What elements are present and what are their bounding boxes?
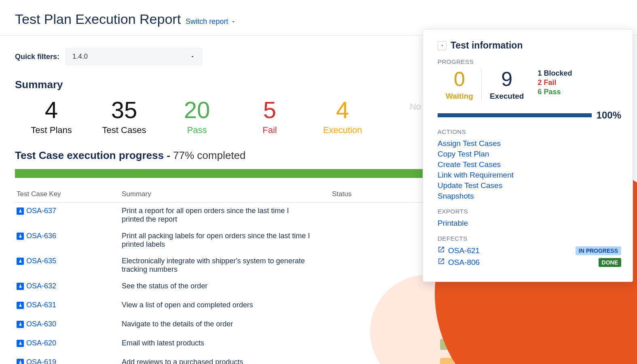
- defect-key: OSA-806: [448, 258, 480, 267]
- summary-card: 20 Pass: [161, 98, 233, 135]
- col-header-key[interactable]: Test Case Key: [15, 187, 120, 203]
- chevron-down-icon: [440, 43, 444, 48]
- quick-filters-label: Quick filters:: [15, 53, 59, 61]
- test-case-key: OSA-632: [26, 282, 56, 290]
- progress-heading-prefix: Test Case execution progress -: [15, 149, 173, 161]
- panel-progress-bar: [438, 113, 592, 117]
- test-case-key: OSA-619: [26, 358, 56, 364]
- test-case-link[interactable]: OSA-632: [17, 282, 56, 290]
- test-case-summary: Electronically integrate with shipper's …: [120, 253, 314, 278]
- export-link[interactable]: Printable: [438, 219, 621, 228]
- actions-list: Assign Test CasesCopy Test PlanCreate Te…: [438, 139, 621, 201]
- actions-label: ACTIONS: [438, 128, 621, 135]
- test-case-key: OSA-635: [26, 257, 56, 265]
- external-link-icon: [438, 258, 445, 267]
- panel-title: Test information: [451, 40, 523, 51]
- summary-label: Test Plans: [15, 125, 88, 135]
- test-info-panel: Test information PROGRESS 0 Waiting 9 Ex…: [423, 29, 633, 282]
- test-case-summary: Email with latest products: [120, 335, 314, 354]
- progress-stats: 0 Waiting 9 Executed 1 Blocked 2 Fail 6 …: [438, 69, 621, 101]
- version-filter-select[interactable]: 1.4.0: [65, 48, 203, 66]
- test-case-link[interactable]: OSA-619: [17, 358, 56, 364]
- chevron-down-icon: [190, 54, 195, 59]
- summary-label: Execution: [306, 125, 379, 135]
- summary-card: 35 Test Cases: [88, 98, 161, 135]
- panel-progress-row: 100%: [438, 110, 621, 121]
- waiting-count: 0: [446, 69, 473, 89]
- summary-card: 4 Execution: [306, 98, 379, 135]
- action-link[interactable]: Copy Test Plan: [438, 150, 621, 159]
- test-case-key: OSA-636: [26, 232, 56, 240]
- defect-row: OSA-621 IN PROGRESS: [438, 246, 621, 255]
- action-link[interactable]: Snapshots: [438, 192, 621, 201]
- summary-card: 5 Fail: [233, 98, 306, 135]
- test-case-summary: Print a report for all open orders since…: [120, 203, 314, 228]
- test-case-key: OSA-637: [26, 207, 56, 215]
- test-case-key: OSA-620: [26, 339, 56, 347]
- defect-status-lozenge: IN PROGRESS: [576, 246, 621, 255]
- test-case-link[interactable]: OSA-636: [17, 232, 56, 240]
- exports-list: Printable: [438, 219, 621, 228]
- test-case-summary: View a list of open and completed orders: [120, 297, 314, 316]
- progress-pct: 77% completed: [173, 149, 245, 161]
- test-case-link[interactable]: OSA-630: [17, 320, 56, 328]
- test-case-key: OSA-630: [26, 320, 56, 328]
- action-link[interactable]: Update Test Cases: [438, 181, 621, 190]
- summary-card: 4 Test Plans: [15, 98, 88, 135]
- test-case-link[interactable]: OSA-620: [17, 339, 56, 347]
- summary-value: 20: [161, 98, 233, 122]
- switch-report-link[interactable]: Switch report: [186, 17, 236, 26]
- test-case-icon: [17, 321, 24, 328]
- test-case-link[interactable]: OSA-637: [17, 207, 56, 215]
- summary-label: Pass: [161, 125, 233, 135]
- col-header-summary[interactable]: Summary: [120, 187, 314, 203]
- defects-label: DEFECTS: [438, 235, 621, 242]
- fail-count: 2 Fail: [538, 78, 572, 87]
- test-case-icon: [17, 258, 24, 265]
- chevron-down-icon: [231, 19, 236, 25]
- summary-value: 5: [233, 98, 306, 122]
- test-case-link[interactable]: OSA-631: [17, 301, 56, 309]
- waiting-label: Waiting: [446, 92, 473, 101]
- summary-value: 4: [306, 98, 379, 122]
- external-link-icon: [438, 246, 445, 255]
- test-case-link[interactable]: OSA-635: [17, 257, 56, 265]
- pass-count: 6 Pass: [538, 88, 572, 96]
- action-link[interactable]: Link with Requirement: [438, 171, 621, 180]
- summary-label: Test Cases: [88, 125, 161, 135]
- defect-link[interactable]: OSA-621: [438, 246, 480, 255]
- test-case-summary: Print all packing labels for open orders…: [120, 228, 314, 253]
- collapse-panel-button[interactable]: [438, 41, 447, 50]
- test-case-summary: Navigate to the details of the order: [120, 316, 314, 335]
- executed-label: Executed: [490, 92, 524, 101]
- defect-status-lozenge: DONE: [599, 258, 621, 267]
- test-case-icon: [17, 207, 24, 215]
- defects-list: OSA-621 IN PROGRESS OSA-806 DONE: [438, 246, 621, 267]
- defect-link[interactable]: OSA-806: [438, 258, 480, 267]
- test-case-summary: Add rewiews to a purchased products: [120, 354, 314, 364]
- test-case-icon: [17, 283, 24, 290]
- blocked-count: 1 Blocked: [538, 69, 572, 78]
- action-link[interactable]: Create Test Cases: [438, 160, 621, 169]
- defect-row: OSA-806 DONE: [438, 258, 621, 267]
- summary-value: 35: [88, 98, 161, 122]
- version-filter-value: 1.4.0: [72, 53, 88, 61]
- defect-key: OSA-621: [448, 246, 480, 255]
- summary-label: Fail: [233, 125, 306, 135]
- executed-count: 9: [490, 69, 524, 89]
- test-case-key: OSA-631: [26, 301, 56, 309]
- page-title: Test Plan Execution Report: [15, 11, 181, 27]
- test-case-icon: [17, 302, 24, 309]
- switch-report-label: Switch report: [186, 17, 228, 26]
- test-case-icon: [17, 340, 24, 347]
- action-link[interactable]: Assign Test Cases: [438, 139, 621, 148]
- progress-label: PROGRESS: [438, 58, 621, 65]
- panel-progress-pct: 100%: [597, 110, 621, 121]
- test-case-summary: See the status of the order: [120, 278, 314, 297]
- test-case-icon: [17, 359, 24, 364]
- exports-label: EXPORTS: [438, 208, 621, 215]
- summary-value: 4: [15, 98, 88, 122]
- test-case-icon: [17, 233, 24, 240]
